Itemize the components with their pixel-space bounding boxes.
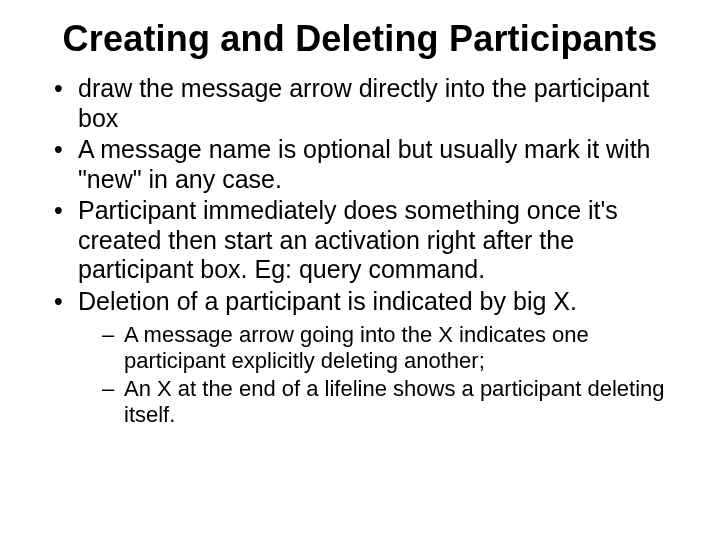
list-item: draw the message arrow directly into the… xyxy=(60,74,688,133)
sub-bullet-list: A message arrow going into the X indicat… xyxy=(78,322,688,428)
list-item: A message name is optional but usually m… xyxy=(60,135,688,194)
bullet-list: draw the message arrow directly into the… xyxy=(32,74,688,428)
list-item: Participant immediately does something o… xyxy=(60,196,688,285)
list-item: An X at the end of a lifeline shows a pa… xyxy=(106,376,688,428)
list-item: A message arrow going into the X indicat… xyxy=(106,322,688,374)
slide-title: Creating and Deleting Participants xyxy=(32,18,688,60)
list-item-text: Deletion of a participant is indicated b… xyxy=(78,287,577,315)
list-item: Deletion of a participant is indicated b… xyxy=(60,287,688,428)
